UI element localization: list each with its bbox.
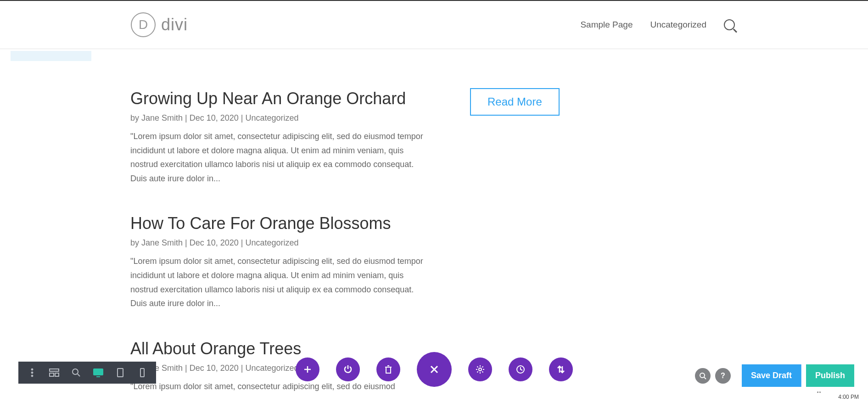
svg-point-1 — [31, 372, 33, 374]
add-button[interactable] — [296, 357, 319, 381]
meta-sep: | — [183, 238, 190, 247]
svg-rect-10 — [118, 368, 123, 377]
svg-rect-4 — [50, 373, 54, 376]
save-draft-button[interactable]: Save Draft — [742, 364, 801, 387]
publish-actions: ? Save Draft Publish — [695, 364, 854, 387]
tablet-view-icon[interactable] — [109, 362, 131, 384]
history-clock-icon[interactable] — [509, 357, 532, 381]
zoom-view-icon[interactable] — [65, 362, 87, 384]
post-author[interactable]: Jane Smith — [141, 238, 183, 247]
more-menu-icon[interactable] — [21, 362, 43, 384]
settings-gear-icon[interactable] — [468, 357, 492, 381]
primary-nav: Sample Page Uncategorized — [580, 19, 735, 30]
trash-icon[interactable] — [376, 357, 400, 381]
post-by-prefix: by — [130, 113, 141, 123]
svg-point-6 — [73, 369, 78, 374]
post-title[interactable]: How To Care For Orange Blossoms — [130, 213, 424, 234]
svg-rect-5 — [55, 373, 59, 376]
meta-sep: | — [239, 238, 246, 247]
system-time: 4:00 PM — [838, 394, 859, 400]
post-meta: by Jane Smith | Dec 10, 2020 | Uncategor… — [130, 238, 424, 248]
help-icon[interactable]: ? — [715, 368, 731, 384]
svg-point-24 — [700, 373, 705, 378]
search-icon[interactable] — [724, 19, 735, 30]
logo-mark-icon: D — [131, 12, 156, 37]
post-meta: by Jane Smith | Dec 10, 2020 | Uncategor… — [130, 113, 424, 123]
svg-rect-3 — [50, 369, 59, 371]
svg-rect-8 — [94, 369, 103, 375]
svg-point-0 — [31, 368, 33, 370]
publish-button[interactable]: Publish — [806, 364, 854, 387]
post-excerpt: "Lorem ipsum dolor sit amet, consectetur… — [130, 129, 424, 185]
svg-rect-11 — [140, 368, 144, 377]
svg-point-20 — [479, 368, 482, 371]
post-title[interactable]: Growing Up Near An Orange Orchard — [130, 88, 424, 109]
meta-sep: | — [239, 113, 246, 123]
desktop-view-icon[interactable] — [87, 362, 109, 384]
read-more-button[interactable]: Read More — [470, 88, 560, 116]
svg-line-25 — [704, 377, 706, 379]
search-small-icon[interactable] — [695, 368, 711, 384]
post-excerpt: "Lorem ipsum dolor sit amet, consectetur… — [130, 254, 424, 310]
post-date: Dec 10, 2020 — [190, 363, 239, 373]
meta-sep: | — [183, 363, 190, 373]
post-author[interactable]: Jane Smith — [141, 113, 183, 123]
selected-element-highlight — [11, 51, 91, 61]
post-date: Dec 10, 2020 — [190, 238, 239, 247]
resize-handle-icon[interactable]: ↔ — [816, 388, 822, 396]
logo-text: divi — [161, 15, 188, 34]
post-category[interactable]: Uncategorized — [246, 238, 299, 247]
post-category[interactable]: Uncategorized — [246, 113, 299, 123]
svg-line-7 — [78, 374, 80, 376]
post-row: How To Care For Orange Blossoms by Jane … — [130, 213, 868, 310]
post-date: Dec 10, 2020 — [190, 113, 239, 123]
swap-arrows-icon[interactable] — [549, 357, 573, 381]
post-row: Growing Up Near An Orange Orchard by Jan… — [130, 88, 868, 185]
builder-dock — [296, 352, 573, 387]
svg-point-2 — [31, 375, 33, 377]
close-dock-button[interactable] — [417, 352, 452, 387]
wireframe-view-icon[interactable] — [43, 362, 65, 384]
nav-link-sample-page[interactable]: Sample Page — [580, 20, 633, 30]
power-icon[interactable] — [336, 357, 360, 381]
phone-view-icon[interactable] — [131, 362, 153, 384]
main-content: Growing Up Near An Orange Orchard by Jan… — [0, 49, 868, 393]
nav-link-uncategorized[interactable]: Uncategorized — [650, 20, 706, 30]
responsive-device-bar — [18, 362, 156, 384]
post-by-prefix: by — [130, 238, 141, 247]
meta-sep: | — [239, 363, 246, 373]
logo[interactable]: D divi — [131, 12, 188, 37]
site-header: D divi Sample Page Uncategorized — [0, 1, 868, 49]
meta-sep: | — [183, 113, 190, 123]
post-category[interactable]: Uncategorized — [246, 363, 299, 373]
svg-rect-16 — [386, 367, 391, 373]
